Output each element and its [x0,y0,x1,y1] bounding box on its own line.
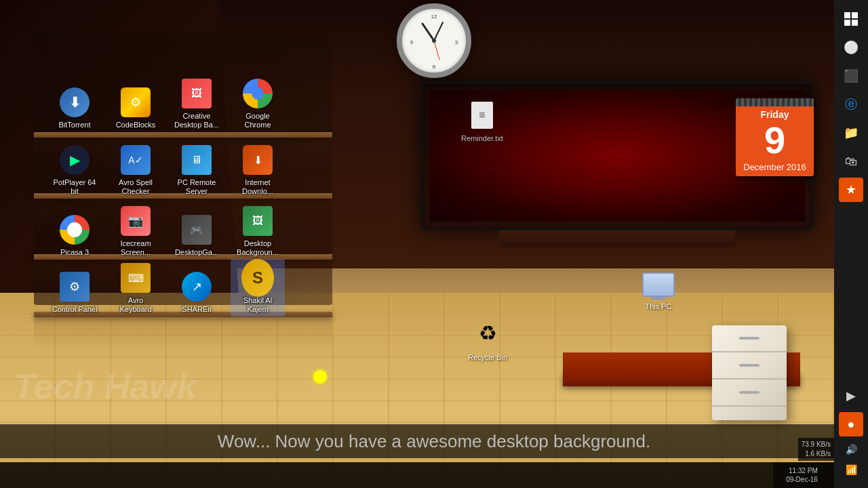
clock-time: 11:32 PM [786,466,818,475]
control-panel-label: Control Panel [52,305,98,314]
potplayer-icon[interactable]: ▶ PotPlayer 64 bit [47,141,102,199]
control-panel-wrapper: ⚙ [58,270,91,303]
orange2-icon[interactable]: ● [839,412,863,436]
system-tray: 11:32 PM 09-Dec-16 [773,462,834,488]
avro-spell-icon[interactable]: A✓ Avro Spell Checker [108,141,163,199]
internet-dl-label: Internet Downlo... [233,178,282,196]
cabinet-drawer-3 [712,380,787,407]
desktop-bg-label: Desktop Backgroun... [233,239,282,257]
calendar-month: December 2016 [736,161,814,176]
shakil-icon[interactable]: S Shakil Al Kajem [231,259,285,317]
avro-kb-label: Avro Keyboard [111,296,160,314]
shelf-unit: ⬇ BitTorrent ⚙ CodeBlocks 🖼 Creative Des… [34,34,332,305]
task-view-icon[interactable]: ⬛ [839,64,863,88]
clock-face: 12 3 6 9 [397,3,471,78]
orange-app-icon[interactable]: ★ [839,178,863,202]
desktop-bg-icon[interactable]: 🖼 Desktop Backgroun... [231,202,285,260]
picasa-wrapper [58,214,91,246]
avro-kb-wrapper: ⌨ [119,262,152,294]
download-speed: 1.6 KB/s [802,449,831,459]
svg-line-5 [434,22,443,41]
chrome-icon[interactable]: Google Chrome [231,75,285,132]
chrome-wrapper [241,77,274,110]
subtitle-bar: Wow... Now you have a awesome desktop ba… [0,424,868,458]
reminder-label: Reminder.txt [461,134,503,142]
picasa-icon[interactable]: Picasa 3 [47,211,102,260]
picasa-img [60,215,90,245]
forward-icon[interactable]: ▶ [839,384,863,408]
clock-widget: 12 3 6 9 [397,3,471,78]
icecream-label: Icecream Screen... [111,239,160,257]
svg-rect-9 [852,12,858,18]
picasa-inner [67,222,82,237]
calendar-date: 9 [736,120,814,161]
taskbar [0,462,868,488]
shelf-1 [34,132,332,138]
speaker-icon[interactable]: 🔊 [839,441,863,458]
svg-point-7 [432,39,436,43]
svg-line-4 [422,24,434,41]
this-pc-label: This PC [645,302,671,310]
svg-line-6 [434,41,439,60]
windows-logo-icon[interactable] [839,7,863,31]
this-pc-file-icon [642,272,675,297]
pc-remote-label: PC Remote Server [172,178,221,196]
bittorrent-icon-wrapper: ⬇ [58,86,91,119]
codeblocks-icon[interactable]: ⚙ CodeBlocks [108,83,163,132]
internet-dl-wrapper: ⬇ [241,144,274,176]
shareit-icon[interactable]: ↗ SHAREit [170,268,224,317]
shareit-img: ↗ [182,272,212,302]
right-sidebar: ⚪ ⬛ ⓔ 📁 🛍 ★ ▶ ● 🔊 📶 [834,0,868,488]
creative-desktop-img: 🖼 [182,79,212,108]
recycle-bin-icon[interactable]: ♻ Recycle Bin [468,318,507,363]
shakil-wrapper: S [241,262,274,294]
internet-explorer-icon[interactable]: ⓔ [839,92,863,117]
chrome-inner [252,87,264,100]
svg-text:6: 6 [433,64,436,70]
desktop-games-label: DesktopGa... [175,248,218,257]
avro-kb-icon[interactable]: ⌨ Avro Keyboard [108,259,163,317]
clock-svg: 12 3 6 9 [402,9,466,73]
network-icon[interactable]: 📶 [839,461,863,479]
subtitle-text: Wow... Now you have a awesome desktop ba… [218,431,650,452]
desktop-games-icon[interactable]: 🎮 DesktopGa... [170,211,224,260]
search-icon[interactable]: ⚪ [839,35,863,60]
clock-date: 09-Dec-16 [786,475,818,484]
shakil-img: S [241,259,274,297]
calendar-day-name: Friday [736,106,814,120]
calendar-top [736,98,814,106]
store-icon[interactable]: 🛍 [839,149,863,174]
svg-rect-11 [852,20,858,26]
potplayer-wrapper: ▶ [58,144,91,176]
svg-text:12: 12 [431,14,437,20]
recycle-bin-label: Recycle Bin [468,353,507,361]
icon-row-1: ⬇ BitTorrent ⚙ CodeBlocks 🖼 Creative Des… [47,75,285,132]
pc-remote-icon[interactable]: 🖥 PC Remote Server [170,141,224,199]
chrome-img [243,79,273,108]
reminder-icon[interactable]: Reminder.txt [461,102,503,144]
file-explorer-icon[interactable]: 📁 [839,121,863,145]
bittorrent-icon[interactable]: ⬇ BitTorrent [47,83,102,132]
recycle-bin-file-icon: ♻ [474,318,501,348]
avro-spell-label: Avro Spell Checker [111,178,160,196]
icecream-icon[interactable]: 📷 Icecream Screen... [108,202,163,260]
internet-dl-icon[interactable]: ⬇ Internet Downlo... [231,141,285,199]
codeblocks-label: CodeBlocks [116,121,156,129]
cursor [313,370,327,384]
icon-row-4: ⚙ Control Panel ⌨ Avro Keyboard ↗ SHAREi… [47,259,285,317]
icon-row-2: ▶ PotPlayer 64 bit A✓ Avro Spell Checker… [47,141,285,199]
creative-desktop-icon[interactable]: 🖼 Creative Desktop Ba... [170,75,224,132]
desktop-bg-wrapper: 🖼 [241,205,274,237]
icon-row-3: Picasa 3 📷 Icecream Screen... 🎮 DesktopG… [47,202,285,260]
speed-display: 73.9 KB/s 1.6 KB/s [798,438,834,461]
this-pc-icon[interactable]: This PC [642,272,675,312]
control-panel-icon[interactable]: ⚙ Control Panel [47,268,102,317]
tv-stand [499,230,735,247]
codeblocks-img: ⚙ [121,87,151,117]
cabinet-drawer-2 [712,352,787,380]
avro-kb-img: ⌨ [121,263,151,293]
potplayer-img: ▶ [60,145,90,175]
shakil-label: Shakil Al Kajem [233,296,282,314]
creative-desktop-label: Creative Desktop Ba... [172,112,221,129]
desktop: Reminder.txt Friday 9 December 2016 12 3… [0,0,868,488]
